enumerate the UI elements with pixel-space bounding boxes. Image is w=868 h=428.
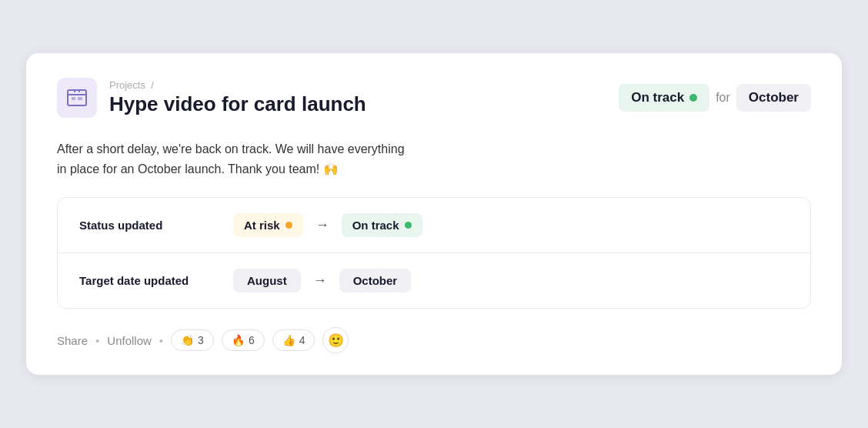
at-risk-label: At risk [244,219,280,232]
footer-dot-1: • [95,334,99,347]
svg-rect-3 [78,97,82,100]
breadcrumb: Projects / [109,79,366,91]
svg-rect-0 [68,90,86,105]
title-group: Projects / Hype video for card launch [109,79,366,116]
reaction-thumbsup-button[interactable]: 👍 4 [272,329,315,351]
clap-emoji: 👏 [181,334,194,346]
footer: Share • Unfollow • 👏 3 🔥 6 👍 4 🙂 [57,327,811,353]
project-icon [57,78,97,118]
target-date-values: August → October [233,269,411,293]
share-button[interactable]: Share [57,334,88,347]
at-risk-badge: At risk [233,213,303,237]
thumbsup-emoji: 👍 [282,334,295,346]
status-update-label: Status updated [79,219,218,232]
on-track-badge-small: On track [342,213,422,237]
october-badge: October [339,269,412,293]
fire-emoji: 🔥 [232,334,245,346]
reaction-clap-button[interactable]: 👏 3 [171,329,214,351]
status-label: On track [631,90,684,105]
status-dot-green [689,94,697,102]
unfollow-button[interactable]: Unfollow [107,334,152,347]
main-card: Projects / Hype video for card launch On… [26,53,842,375]
clap-count: 3 [198,334,204,346]
dot-green [405,222,412,229]
status-badge-group: On track for October [619,84,811,112]
svg-rect-2 [72,97,75,100]
header-left: Projects / Hype video for card launch [57,78,366,118]
reaction-fire-button[interactable]: 🔥 6 [222,329,265,351]
update-box: Status updated At risk → On track Target… [57,197,811,309]
add-reaction-button[interactable]: 🙂 [322,327,349,353]
page-title: Hype video for card launch [109,92,366,116]
body-text: After a short delay, we're back on track… [57,139,811,179]
arrow-icon-2: → [313,273,327,289]
on-track-label-small: On track [352,219,399,232]
status-update-row: Status updated At risk → On track [58,198,810,252]
for-label: for [716,91,730,105]
target-date-update-row: Target date updated August → October [58,252,810,308]
smiley-icon: 🙂 [328,333,344,349]
arrow-icon: → [315,217,329,233]
month-badge: October [736,84,811,112]
august-badge: August [233,269,301,293]
fire-count: 6 [249,334,255,346]
card-header: Projects / Hype video for card launch On… [57,78,811,118]
target-date-label: Target date updated [79,274,218,287]
thumbsup-count: 4 [299,334,305,346]
dot-orange [285,222,292,229]
status-update-values: At risk → On track [233,213,422,237]
footer-dot-2: • [159,334,163,347]
on-track-badge: On track [619,84,709,112]
